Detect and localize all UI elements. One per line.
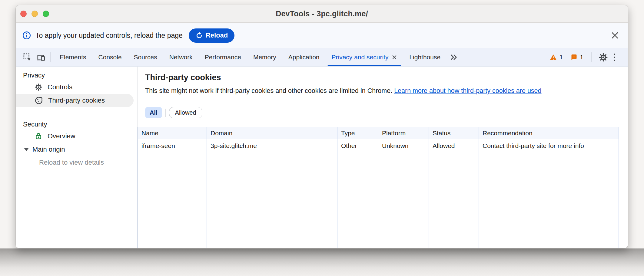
device-toolbar-button[interactable] xyxy=(34,51,47,64)
devtools-window: DevTools - 3pc.glitch.me/ To apply your … xyxy=(15,5,628,248)
infobar-message: To apply your updated controls, reload t… xyxy=(35,31,183,40)
more-tabs-button[interactable] xyxy=(446,51,460,64)
reload-infobar: To apply your updated controls, reload t… xyxy=(16,23,628,48)
window-title: DevTools - 3pc.glitch.me/ xyxy=(276,9,368,18)
issues-indicator[interactable]: 1 xyxy=(570,54,583,61)
fullscreen-window-button[interactable] xyxy=(43,11,49,17)
cell-status[interactable]: Allowed xyxy=(429,139,479,153)
cookie-icon xyxy=(34,96,43,105)
sidebar-item-overview[interactable]: Overview xyxy=(16,130,137,143)
tab-performance[interactable]: Performance xyxy=(199,48,247,66)
tab-console[interactable]: Console xyxy=(92,48,128,66)
expander-triangle-icon xyxy=(24,148,29,151)
warning-triangle-icon xyxy=(549,54,557,61)
column-type: Type Other xyxy=(337,127,378,248)
inspect-element-button[interactable] xyxy=(21,51,34,64)
chip-divider xyxy=(165,109,166,117)
tab-label: Performance xyxy=(205,54,241,61)
filter-all-chip[interactable]: All xyxy=(145,107,162,118)
cell-type[interactable]: Other xyxy=(337,139,378,153)
close-window-button[interactable] xyxy=(20,11,27,17)
tab-privacy-and-security[interactable]: Privacy and security xyxy=(325,48,403,66)
column-header-name[interactable]: Name xyxy=(138,127,207,139)
tab-network[interactable]: Network xyxy=(163,48,199,66)
close-infobar-button[interactable] xyxy=(610,31,619,40)
tab-sources[interactable]: Sources xyxy=(128,48,163,66)
traffic-lights xyxy=(20,5,49,22)
filter-allowed-chip[interactable]: Allowed xyxy=(169,107,202,118)
learn-more-link[interactable]: Learn more about how third-party cookies… xyxy=(394,87,541,94)
toolbar-divider xyxy=(50,52,51,62)
sidebar-section-privacy: Privacy xyxy=(23,71,137,79)
column-header-status[interactable]: Status xyxy=(429,127,479,139)
sidebar-note: Reload to view details xyxy=(39,158,137,167)
cell-domain[interactable]: 3p-site.glitch.me xyxy=(207,139,337,153)
warnings-indicator[interactable]: 1 xyxy=(549,54,563,61)
tab-lighthouse[interactable]: Lighthouse xyxy=(403,48,446,66)
desktop-background: DevTools - 3pc.glitch.me/ To apply your … xyxy=(0,0,644,276)
sidebar-item-label: Overview xyxy=(48,132,75,140)
close-icon xyxy=(610,31,619,40)
sidebar-item-third-party-cookies[interactable]: Third-party cookies xyxy=(16,94,134,107)
reload-icon xyxy=(195,32,203,39)
sidebar-item-label: Main origin xyxy=(32,146,65,153)
tab-label: Application xyxy=(288,54,320,61)
tab-application[interactable]: Application xyxy=(282,48,326,66)
column-recommendation: Recommendation Contact third-party site … xyxy=(479,127,619,248)
panel-tab-bar: Elements Console Sources Network Perform… xyxy=(16,48,628,67)
info-icon xyxy=(22,31,31,40)
column-header-platform[interactable]: Platform xyxy=(378,127,429,139)
more-options-button[interactable] xyxy=(610,54,619,61)
cell-name[interactable]: iframe-seen xyxy=(138,139,207,153)
column-header-recommendation[interactable]: Recommendation xyxy=(479,127,619,139)
column-domain: Domain 3p-site.glitch.me xyxy=(207,127,337,248)
close-tab-icon[interactable] xyxy=(392,54,397,60)
warning-count: 1 xyxy=(559,54,563,61)
gear-icon xyxy=(34,83,43,91)
double-chevron-icon xyxy=(449,53,458,62)
reload-button[interactable]: Reload xyxy=(189,28,234,43)
column-name: Name iframe-seen xyxy=(138,127,207,248)
column-status: Status Allowed xyxy=(429,127,479,248)
third-party-cookies-panel: Third-party cookies This site might not … xyxy=(138,67,628,248)
column-header-type[interactable]: Type xyxy=(337,127,378,139)
reload-button-label: Reload xyxy=(206,31,228,39)
sidebar-section-security: Security xyxy=(23,120,137,128)
selected-tab-underline xyxy=(327,65,401,66)
cell-recommendation[interactable]: Contact third-party site for more info xyxy=(479,139,619,153)
tab-label: Network xyxy=(169,54,193,61)
tab-elements[interactable]: Elements xyxy=(54,48,92,66)
page-title: Third-party cookies xyxy=(145,73,628,83)
issue-count: 1 xyxy=(580,54,583,61)
inspect-cursor-icon xyxy=(23,53,32,62)
vertical-dots-icon xyxy=(610,54,619,61)
tab-label: Elements xyxy=(60,54,86,61)
settings-button[interactable] xyxy=(596,51,610,64)
tab-label: Sources xyxy=(134,54,157,61)
sidebar-item-label: Controls xyxy=(48,83,72,91)
tab-label: Privacy and security xyxy=(331,54,388,61)
column-header-domain[interactable]: Domain xyxy=(207,127,337,139)
column-platform: Platform Unknown xyxy=(378,127,429,248)
panel-content: Privacy Controls xyxy=(16,67,628,248)
device-toolbar-icon xyxy=(36,53,45,62)
tab-label: Memory xyxy=(253,54,276,61)
titlebar: DevTools - 3pc.glitch.me/ xyxy=(16,5,628,23)
toolbar-divider xyxy=(591,52,592,62)
tab-label: Lighthouse xyxy=(409,54,440,61)
cookies-table: Name iframe-seen Domain 3p-site.glitch.m… xyxy=(138,127,619,248)
sidebar-item-controls[interactable]: Controls xyxy=(16,80,137,94)
minimize-window-button[interactable] xyxy=(32,11,38,17)
description-text: This site might not work if third-party … xyxy=(145,87,392,94)
tab-memory[interactable]: Memory xyxy=(247,48,282,66)
sidebar-item-label: Third-party cookies xyxy=(48,97,105,104)
tab-label: Console xyxy=(98,54,122,61)
gear-icon xyxy=(598,52,608,62)
lock-icon xyxy=(34,132,43,140)
sidebar: Privacy Controls xyxy=(16,67,138,248)
issues-bubble-icon xyxy=(570,54,577,61)
page-description: This site might not work if third-party … xyxy=(145,87,628,95)
sidebar-item-main-origin[interactable]: Main origin xyxy=(16,143,137,156)
cell-platform[interactable]: Unknown xyxy=(378,139,429,153)
filter-chips: All Allowed xyxy=(145,107,628,118)
